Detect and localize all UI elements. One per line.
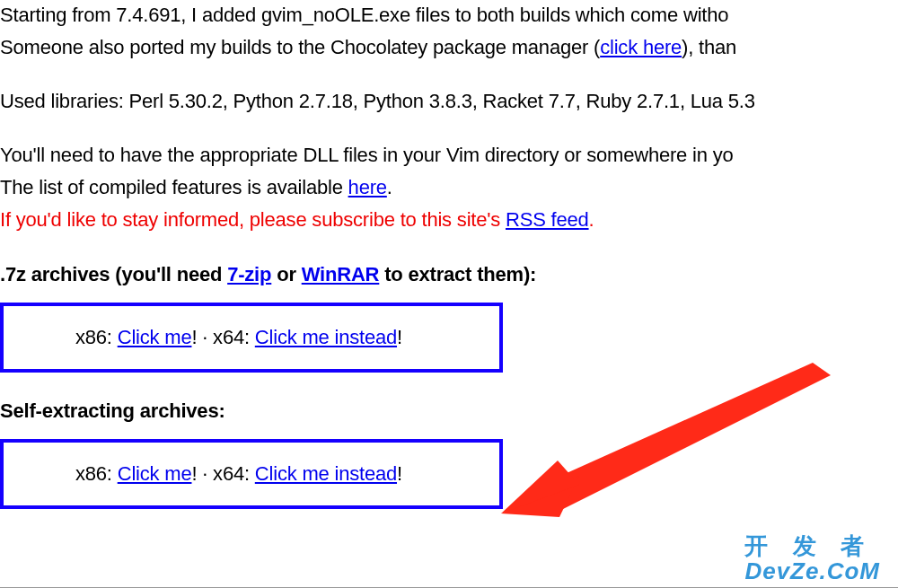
- paragraph-dll: You'll need to have the appropriate DLL …: [0, 140, 898, 171]
- rss-feed-link[interactable]: RSS feed: [506, 208, 589, 231]
- text: Starting from 7.4.691, I added gvim_noOL…: [0, 4, 728, 26]
- paragraph-chocolatey: Someone also ported my builds to the Cho…: [0, 32, 898, 63]
- text: The list of compiled features is availab…: [0, 176, 348, 198]
- paragraph-libraries: Used libraries: Perl 5.30.2, Python 2.7.…: [0, 86, 898, 117]
- text: Self-extracting archives:: [0, 399, 225, 422]
- features-link[interactable]: here: [348, 176, 387, 198]
- text: Someone also ported my builds to the Cho…: [0, 36, 600, 58]
- 7zip-link[interactable]: 7-zip: [227, 263, 271, 285]
- download-box-7z: x86: Click me! · x64: Click me instead!: [0, 303, 503, 373]
- chocolatey-link[interactable]: click here: [600, 36, 682, 58]
- text: !: [397, 462, 402, 485]
- x86-sfx-link[interactable]: Click me: [118, 462, 192, 485]
- download-box-sfx: x86: Click me! · x64: Click me instead!: [0, 439, 503, 509]
- text: .: [387, 176, 392, 198]
- watermark-en: DevZe.CoM: [744, 559, 880, 584]
- heading-7z-archives: .7z archives (you'll need 7-zip or WinRA…: [0, 259, 898, 290]
- x64-7z-link[interactable]: Click me instead: [255, 326, 397, 348]
- text: ! ·: [191, 326, 213, 348]
- text: You'll need to have the appropriate DLL …: [0, 144, 734, 166]
- paragraph-gvim: Starting from 7.4.691, I added gvim_noOL…: [0, 0, 898, 31]
- x86-7z-link[interactable]: Click me: [118, 326, 192, 348]
- text: Used libraries: Perl 5.30.2, Python 2.7.…: [0, 90, 755, 112]
- text: to extract them):: [379, 263, 536, 285]
- paragraph-rss: If you'd like to stay informed, please s…: [0, 205, 898, 235]
- x64-label: x64:: [213, 462, 255, 485]
- text: ! ·: [191, 462, 213, 485]
- x86-label: x86:: [75, 326, 118, 348]
- watermark: 开 发 者 DevZe.CoM: [744, 534, 880, 584]
- x64-sfx-link[interactable]: Click me instead: [255, 462, 397, 485]
- text: If you'd like to stay informed, please s…: [0, 208, 506, 231]
- heading-sfx-archives: Self-extracting archives:: [0, 396, 898, 426]
- page-content: Starting from 7.4.691, I added gvim_noOL…: [0, 0, 898, 509]
- paragraph-features: The list of compiled features is availab…: [0, 172, 898, 203]
- x64-label: x64:: [213, 326, 255, 348]
- text: .7z archives (you'll need: [0, 263, 227, 285]
- watermark-cn: 开 发 者: [744, 534, 880, 558]
- winrar-link[interactable]: WinRAR: [302, 263, 380, 285]
- text: ), than: [682, 36, 736, 58]
- x86-label: x86:: [75, 462, 118, 485]
- text: or: [271, 263, 301, 285]
- text: .: [589, 208, 594, 231]
- text: !: [397, 326, 402, 348]
